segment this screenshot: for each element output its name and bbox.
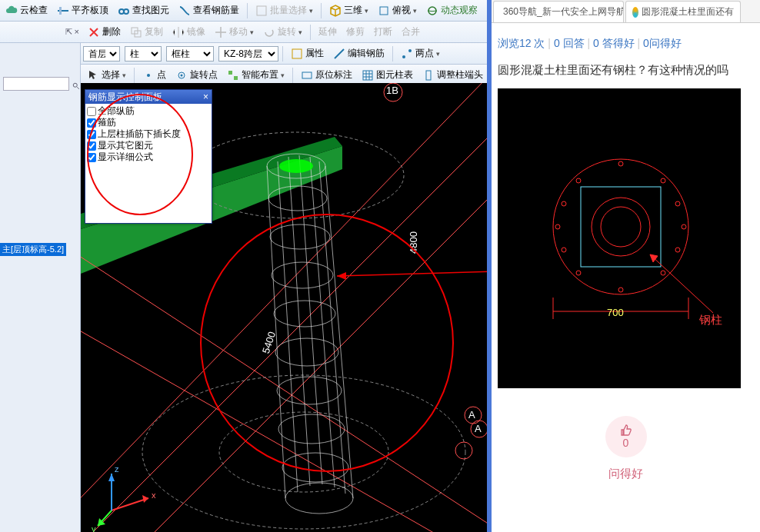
- svg-point-68: [618, 161, 623, 166]
- svg-point-65: [553, 159, 688, 294]
- steel-column-label: 钢柱: [699, 313, 722, 328]
- rebar-quantity-label: 查看钢筋量: [193, 4, 239, 17]
- search-input[interactable]: [3, 77, 69, 91]
- top-view-button[interactable]: 俯视 ▾: [374, 2, 421, 19]
- separator: [247, 3, 248, 18]
- toolbar-row-2: ⇱ × 删除 复制 镜像 移动▾ 旋转▾ 延伸 修剪 打断 合并: [0, 22, 492, 43]
- orbit-button[interactable]: 动态观察: [422, 2, 482, 19]
- trim-button[interactable]: 修剪: [342, 23, 368, 41]
- rebar-display-panel[interactable]: 钢筋显示控制面板 × 全部纵筋 箍筋 上层柱插筋下插长度 显示其它图元 显示详细…: [85, 89, 212, 224]
- cursor-icon: [87, 69, 99, 81]
- svg-line-39: [325, 166, 353, 498]
- delete-label: 删除: [102, 25, 121, 38]
- svg-point-77: [675, 201, 680, 206]
- topview-icon: [378, 5, 390, 17]
- close-icon[interactable]: ×: [203, 91, 208, 102]
- element-table-label: 图元柱表: [376, 68, 413, 81]
- trim-label: 修剪: [346, 25, 365, 38]
- panel-pin-controls[interactable]: ⇱ ×: [2, 27, 82, 37]
- stat-answers[interactable]: 0 回答: [554, 37, 585, 49]
- chk-detail-formula[interactable]: [87, 153, 96, 162]
- search-icon[interactable]: [72, 81, 80, 91]
- extend-button[interactable]: 延伸: [315, 23, 341, 41]
- adjust-icon: [422, 69, 435, 81]
- stat-views[interactable]: 浏览12 次: [498, 37, 545, 49]
- orig-note-button[interactable]: 原位标注: [297, 66, 356, 84]
- top-view-label: 俯视: [392, 4, 411, 17]
- grid-label-a: A: [468, 409, 475, 421]
- favicon-e-icon: [632, 7, 638, 18]
- orbit-label: 动态观察: [441, 4, 478, 17]
- point-icon: [142, 69, 155, 81]
- rebar-quantity-button[interactable]: 查看钢筋量: [175, 2, 243, 19]
- select-button[interactable]: 选择▾: [83, 66, 130, 84]
- floor-tag[interactable]: 主[层顶标高-5.2]: [0, 243, 66, 256]
- svg-line-40: [278, 161, 298, 492]
- rotation-point-button[interactable]: 旋转点: [172, 66, 222, 84]
- left-panel: 主[层顶标高-5.2]: [0, 43, 81, 532]
- move-button[interactable]: 移动▾: [211, 23, 258, 41]
- category-select[interactable]: 柱: [125, 46, 162, 62]
- chk-upper-insert[interactable]: [87, 130, 96, 139]
- svg-point-52: [282, 453, 348, 482]
- like-button[interactable]: 0: [605, 416, 647, 457]
- stat-good-answer[interactable]: 0 答得好: [593, 37, 635, 49]
- delete-button[interactable]: 删除: [84, 23, 125, 41]
- chk-all-long[interactable]: [87, 107, 96, 116]
- find-element-button[interactable]: 查找图元: [114, 2, 173, 19]
- element-table-button[interactable]: 图元柱表: [358, 66, 417, 84]
- panel-titlebar[interactable]: 钢筋显示控制面板 ×: [85, 90, 212, 104]
- smart-layout-button[interactable]: 智能布置▾: [223, 66, 288, 84]
- view-3d-button[interactable]: 三维 ▾: [325, 2, 372, 19]
- view-3d-label: 三维: [344, 4, 362, 17]
- chk-label: 上层柱插筋下插长度: [98, 128, 181, 140]
- type-select[interactable]: 框柱: [166, 46, 214, 62]
- floor-select[interactable]: 首层: [83, 46, 120, 62]
- question-title: 圆形混凝土柱里面还有钢柱？有这种情况的吗: [492, 58, 760, 82]
- attributes-button[interactable]: 属性: [287, 45, 328, 62]
- separator: [392, 46, 393, 62]
- chk-label: 显示其它图元: [98, 140, 153, 151]
- edit-rebar-button[interactable]: 编辑钢筋: [329, 45, 388, 62]
- mirror-icon: [172, 26, 185, 38]
- batch-icon: [255, 5, 268, 17]
- tab-360nav[interactable]: 360导航_新一代安全上网导航 ✕: [493, 1, 624, 22]
- grid-label-1b: 1B: [386, 85, 398, 96]
- adjust-head-button[interactable]: 调整柱端头: [418, 66, 487, 84]
- edit-rebar-label: 编辑钢筋: [348, 47, 385, 60]
- separator: [321, 3, 322, 18]
- svg-point-74: [576, 271, 581, 275]
- cloud-check-button[interactable]: 云检查: [2, 2, 52, 19]
- caret-icon: ▾: [413, 7, 417, 15]
- two-points-button[interactable]: 两点▾: [397, 45, 444, 62]
- svg-point-75: [661, 271, 665, 275]
- point-button[interactable]: 点: [138, 66, 170, 84]
- caret-icon: ▾: [436, 50, 440, 58]
- rotate-button[interactable]: 旋转▾: [259, 23, 306, 41]
- member-select[interactable]: KZ-8跨层: [218, 46, 278, 62]
- like-count: 0: [623, 437, 629, 449]
- stat-good-question[interactable]: 0问得好: [643, 37, 682, 49]
- align-slab-button[interactable]: 平齐板顶: [53, 2, 112, 19]
- svg-rect-19: [426, 71, 431, 80]
- break-button[interactable]: 打断: [370, 23, 396, 41]
- merge-button[interactable]: 合并: [398, 23, 424, 41]
- copy-button[interactable]: 复制: [126, 23, 167, 41]
- move-label: 移动: [229, 25, 248, 38]
- svg-point-45: [268, 186, 327, 211]
- svg-point-66: [592, 198, 650, 256]
- caret-icon: ▾: [281, 71, 285, 79]
- chk-stirrup[interactable]: [87, 118, 96, 128]
- mirror-label: 镜像: [187, 25, 205, 38]
- batch-select-button[interactable]: 批量选择 ▾: [252, 2, 317, 19]
- section-diagram: 700 钢柱: [498, 88, 741, 388]
- mirror-button[interactable]: 镜像: [168, 23, 209, 41]
- chk-other-el[interactable]: [87, 141, 96, 151]
- svg-point-28: [142, 375, 465, 529]
- svg-line-44: [319, 161, 345, 494]
- rotate-label: 旋转: [278, 25, 296, 38]
- tab-question[interactable]: 圆形混凝土柱里面还有: [625, 1, 741, 22]
- svg-text:y: y: [92, 524, 96, 532]
- rebar-qty-icon: [178, 5, 191, 17]
- svg-text:x: x: [152, 490, 156, 500]
